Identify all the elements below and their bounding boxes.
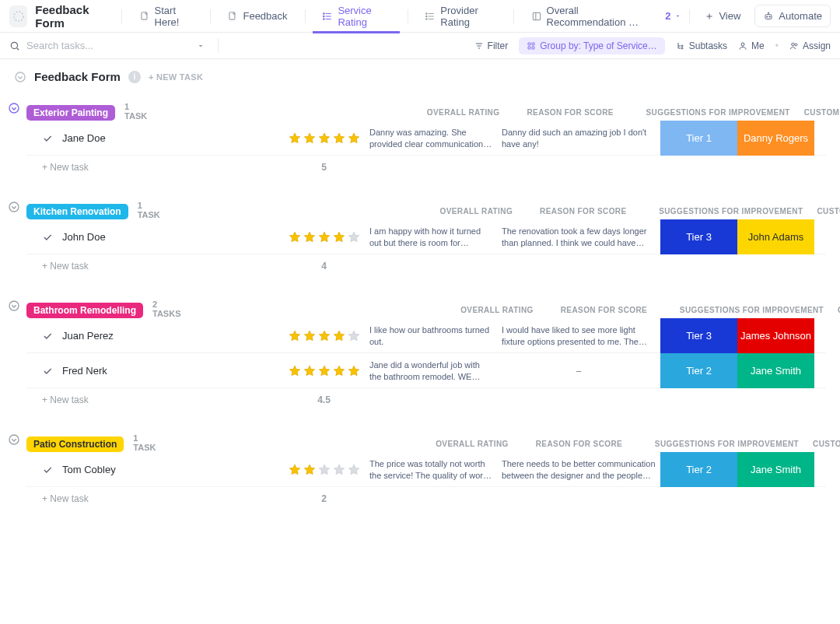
separator <box>689 9 690 23</box>
panel-icon <box>531 11 542 22</box>
service-provider-cell[interactable]: Jane Smith <box>737 353 814 388</box>
separator <box>305 9 306 23</box>
list-icon <box>425 11 436 22</box>
assign-label: Assign <box>803 40 831 51</box>
automate-button[interactable]: Automate <box>754 5 831 27</box>
tab-label: Overall Recommendation … <box>547 5 650 28</box>
star-icon <box>303 364 317 378</box>
service-provider-cell[interactable]: Jane Smith <box>737 452 814 487</box>
tab-service-rating[interactable]: Service Rating <box>313 0 399 33</box>
svg-point-0 <box>14 12 23 21</box>
collapse-toggle[interactable] <box>8 433 20 446</box>
star-icon <box>347 329 361 343</box>
new-task-link[interactable]: + New task <box>26 493 283 504</box>
svg-point-13 <box>768 12 769 12</box>
customer-tier-cell[interactable]: Tier 2 <box>660 353 737 388</box>
check-icon[interactable] <box>42 133 53 144</box>
group-header: Exterior Painting 1 TASK . OVERALL RATIN… <box>26 102 826 121</box>
group-pill[interactable]: Kitchen Renovation <box>26 204 128 219</box>
table-row[interactable]: Tom Cobley The price was totally not wor… <box>26 452 826 487</box>
svg-point-8 <box>426 18 427 19</box>
reason-cell: The price was totally not worth the serv… <box>365 458 497 482</box>
add-view-button[interactable]: View <box>697 10 748 22</box>
search-input[interactable] <box>26 40 143 51</box>
svg-point-26 <box>9 202 19 212</box>
col-customer-tier: CUSTOMER TIER <box>808 440 840 448</box>
tab-feedback[interactable]: Feedback <box>218 0 296 33</box>
collapse-toggle[interactable] <box>8 201 20 213</box>
list-name: Feedback Form <box>34 70 121 83</box>
chevron-down-circle-icon[interactable] <box>14 71 26 83</box>
tab-label: Provider Rating <box>440 5 495 28</box>
workspace-icon[interactable] <box>9 5 27 27</box>
table-row[interactable]: Jane Doe Danny was amazing. She provid­e… <box>26 121 826 156</box>
filter-button[interactable]: Filter <box>474 40 509 51</box>
new-task-button[interactable]: + NEW TASK <box>149 72 203 82</box>
new-task-link[interactable]: + New task <box>26 162 283 173</box>
svg-point-19 <box>681 45 683 47</box>
workspace-loading-icon <box>12 10 25 23</box>
separator <box>218 39 219 53</box>
check-icon[interactable] <box>42 464 53 475</box>
rating-cell[interactable] <box>283 230 365 244</box>
star-icon <box>332 131 346 145</box>
col-suggestions: SUGGESTIONS FOR IMPROVEMENT <box>670 306 833 314</box>
collapse-toggle[interactable] <box>8 102 20 114</box>
group-by-button[interactable]: Group by: Type of Service… <box>519 37 665 54</box>
service-provider-cell[interactable]: Danny Rogers <box>737 121 814 156</box>
rating-cell[interactable] <box>283 329 365 343</box>
customer-tier-cell[interactable]: Tier 2 <box>660 452 737 487</box>
check-icon[interactable] <box>42 331 53 342</box>
rating-cell[interactable] <box>283 364 365 378</box>
star-icon <box>288 364 302 378</box>
automate-label: Automate <box>779 10 822 22</box>
rating-cell[interactable] <box>283 131 365 145</box>
table-row[interactable]: John Doe I am happy with how it turned o… <box>26 219 826 254</box>
group-pill[interactable]: Bathroom Remodelling <box>26 303 143 318</box>
hidden-views-menu[interactable]: 2 <box>665 10 681 22</box>
table-row[interactable]: Fred Nerk Jane did a wonderful job with … <box>26 353 826 388</box>
info-icon[interactable]: i <box>128 71 141 83</box>
service-provider-cell[interactable]: James Johnson <box>737 318 814 353</box>
col-reason: REASON FOR SCORE <box>517 207 649 216</box>
task-name: Tom Cobley <box>62 464 116 475</box>
check-icon[interactable] <box>42 232 53 243</box>
svg-point-6 <box>426 12 427 13</box>
star-icon <box>288 131 302 145</box>
reason-cell: Danny was amazing. She provid­ed clear c… <box>365 127 497 150</box>
suggestions-cell: Danny did such an amazing job I don't ha… <box>497 127 660 150</box>
group-pill[interactable]: Patio Construction <box>26 436 124 452</box>
star-icon <box>332 230 346 244</box>
customer-tier-cell[interactable]: Tier 3 <box>660 318 737 353</box>
service-provider-cell[interactable]: John Adams <box>737 219 814 254</box>
tab-start-here[interactable]: Start Here! <box>130 0 202 33</box>
table-row[interactable]: Juan Perez I like how our bathrooms turn… <box>26 318 826 353</box>
tab-overall-recommendation[interactable]: Overall Recommendation … <box>522 0 660 33</box>
me-button[interactable]: Me <box>738 40 765 51</box>
filter-icon <box>474 41 484 51</box>
col-overall-rating: OVERALL RATING <box>436 207 517 216</box>
chevron-down-icon[interactable] <box>196 41 205 51</box>
assign-button[interactable]: Assign <box>789 40 831 51</box>
subtasks-button[interactable]: Subtasks <box>676 40 727 51</box>
task-name-cell: John Doe <box>26 231 283 243</box>
collapse-toggle[interactable] <box>8 300 20 312</box>
rating-cell[interactable] <box>283 463 365 477</box>
svg-point-5 <box>324 18 324 19</box>
tab-provider-rating[interactable]: Provider Rating <box>415 0 505 33</box>
col-reason: REASON FOR SCORE <box>504 108 636 117</box>
group-average: 4.5 <box>283 394 365 405</box>
customer-tier-cell[interactable]: Tier 1 <box>660 121 737 156</box>
reason-cell: I like how our bathrooms turned out. <box>365 324 497 348</box>
svg-point-11 <box>767 16 768 16</box>
group-pill[interactable]: Exterior Painting <box>26 105 115 121</box>
reason-cell: Jane did a wonderful job with the bathro… <box>365 359 497 383</box>
svg-rect-1 <box>141 12 146 19</box>
customer-tier-cell[interactable]: Tier 3 <box>660 219 737 254</box>
new-task-link[interactable]: + New task <box>26 394 283 405</box>
new-task-link[interactable]: + New task <box>26 261 283 272</box>
check-icon[interactable] <box>42 366 53 377</box>
svg-rect-16 <box>532 43 534 45</box>
star-icon <box>288 230 302 244</box>
star-icon <box>347 463 361 477</box>
